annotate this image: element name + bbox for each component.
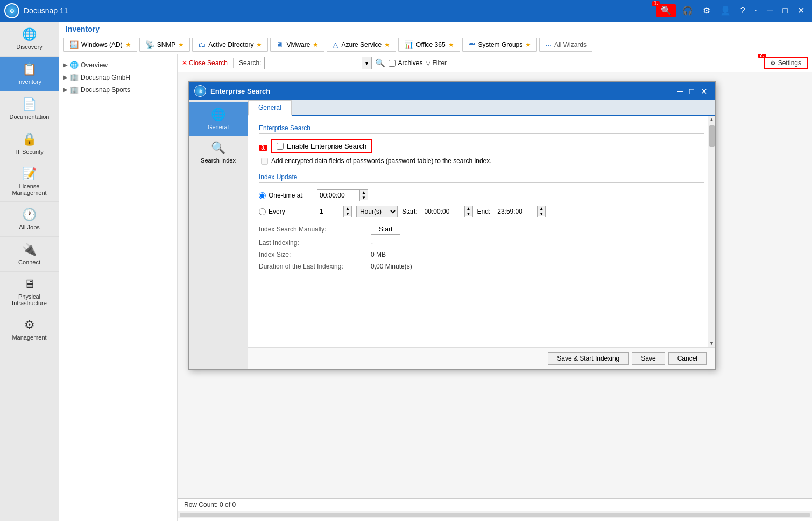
start-indexing-button[interactable]: Start [371,224,400,235]
app-body: 🌐 Discovery 📋 Inventory 📄 Documentation … [0,22,812,521]
vmware-icon: 🖥 [276,40,284,49]
settings-icon-button[interactable]: ⚙ [700,5,714,16]
enable-enterprise-search-checkbox[interactable] [277,143,284,150]
every-label: Every [269,208,285,215]
tab-azure-service[interactable]: △ Azure Service ★ [327,38,396,52]
tab-windows-ad[interactable]: 🪟 Windows (AD) ★ [63,38,137,52]
sidebar-item-physical-infrastructure[interactable]: 🖥 Physical Infrastructure [0,272,59,312]
sidebar-label-documentation: Documentation [10,114,50,120]
chevron-gmbh: ▶ [63,74,68,80]
scroll-down-arrow[interactable]: ▼ [708,340,715,347]
system-groups-icon: 🗃 [468,40,476,49]
onetime-spin-up[interactable]: ▲ [360,190,368,195]
sidebar-label-inventory: Inventory [17,79,41,85]
end-spin-up[interactable]: ▲ [538,206,545,212]
every-unit-select[interactable]: Hour(s) Minute(s) Day(s) [356,206,398,217]
every-radio[interactable] [259,208,266,215]
sports-tree-icon: 🏢 [70,86,79,94]
filter-input[interactable] [450,57,557,69]
minimize-button[interactable]: ─ [764,5,776,16]
inventory-tabs: 🪟 Windows (AD) ★ 📡 SNMP ★ 🗂 Active Direc… [59,36,812,54]
index-manually-label: Index Search Manually: [259,226,366,233]
start-spin-up[interactable]: ▲ [465,206,472,212]
tab-system-groups[interactable]: 🗃 System Groups ★ [462,38,538,52]
vertical-scrollbar[interactable]: ▲ ▼ [708,116,715,347]
last-indexing-label: Last Indexing: [259,239,366,247]
dialog-close-button[interactable]: ✕ [698,87,710,95]
scroll-up-arrow[interactable]: ▲ [708,116,715,123]
every-spin-down[interactable]: ▼ [344,212,351,217]
tab-active-directory[interactable]: 🗂 Active Directory ★ [192,38,268,52]
end-time-wrap: ▲ ▼ [495,206,546,217]
sidebar-item-discovery[interactable]: 🌐 Discovery [0,22,59,57]
close-search-button[interactable]: ✕ Close Search [182,59,228,67]
dots-icon-button[interactable]: · [752,5,760,16]
inventory-icon: 📋 [22,62,37,76]
dialog-minimize-button[interactable]: ─ [675,87,685,95]
sidebar-item-connect[interactable]: 🔌 Connect [0,237,59,272]
help-icon-button[interactable]: ? [737,5,749,16]
nav-item-overview[interactable]: ▶ 🌐 Overview [59,59,177,71]
password-fields-checkbox[interactable] [261,158,268,165]
start-spin-down[interactable]: ▼ [465,212,472,217]
search-icon-button[interactable]: 1. 🔍 [656,4,676,17]
tab-label-snmp: SNMP [157,41,176,48]
sidebar-item-all-jobs[interactable]: 🕐 All Jobs [0,202,59,237]
enable-enterprise-search-label: Enable Enterprise Search [287,142,366,150]
sidebar-item-management[interactable]: ⚙ Management [0,312,59,347]
nav-label-overview: Overview [81,61,108,69]
save-button[interactable]: Save [632,352,665,365]
onetime-spin-down[interactable]: ▼ [360,195,368,201]
archives-wrap: Archives [389,59,422,67]
users-icon-button[interactable]: 👤 [717,5,734,16]
chevron-overview: ▶ [63,62,68,68]
sidebar-item-it-security[interactable]: 🔒 IT Security [0,126,59,161]
save-start-indexing-button[interactable]: Save & Start Indexing [548,352,629,365]
tab-all-wizards[interactable]: ··· All Wizards [539,38,592,52]
start-spin: ▲ ▼ [465,206,473,217]
sidebar-item-inventory[interactable]: 📋 Inventory [0,57,59,91]
sidebar-item-license-management[interactable]: 📝 License Management [0,161,59,202]
tab-general[interactable]: General [248,100,292,116]
main-split: ▶ 🌐 Overview ▶ 🏢 Docusnap GmbH ▶ 🏢 Docus… [59,54,812,521]
cancel-button[interactable]: Cancel [668,352,707,365]
dialog-sidebar-search-index[interactable]: 🔍 Search Index [189,136,248,169]
star-windows-ad: ★ [125,41,131,48]
every-spin-up[interactable]: ▲ [344,206,351,212]
nav-label-gmbh: Docusnap GmbH [81,74,130,81]
gmbh-tree-icon: 🏢 [70,73,79,81]
horizontal-scrollbar[interactable] [178,511,812,518]
search-dropdown-button[interactable]: ▾ [362,57,372,69]
maximize-button[interactable]: □ [779,5,791,16]
password-fields-label: Add encrypted data fields of passwords (… [271,157,492,165]
dialog-content: General Enterprise Search 3. [248,100,715,369]
headset-icon-button[interactable]: 🎧 [679,5,696,16]
end-time-input[interactable] [495,206,538,217]
search-go-button[interactable]: 🔍 [375,58,385,68]
start-time-input[interactable] [422,206,465,217]
onetime-time-input[interactable] [317,189,360,201]
tab-office365[interactable]: 📊 Office 365 ★ [398,38,460,52]
dialog-sidebar-label-general: General [208,124,229,130]
discovery-icon: 🌐 [22,27,37,41]
nav-item-docusnap-sports[interactable]: ▶ 🏢 Docusnap Sports [59,83,177,96]
dialog-sidebar-general[interactable]: 🌐 General [189,102,248,136]
archives-checkbox[interactable] [389,60,396,67]
tab-vmware[interactable]: 🖥 VMware ★ [270,38,324,52]
onetime-radio-wrap: One-time at: [259,192,313,199]
search-input[interactable] [264,57,361,69]
sidebar-item-documentation[interactable]: 📄 Documentation [0,91,59,126]
nav-item-docusnap-gmbh[interactable]: ▶ 🏢 Docusnap GmbH [59,71,177,83]
onetime-radio[interactable] [259,192,266,199]
tab-snmp[interactable]: 📡 SNMP ★ [139,38,190,52]
filter-label-wrap: ▽ Filter [426,59,447,67]
right-content: ✕ Close Search Search: ▾ 🔍 Archives [178,54,812,521]
onetime-spin: ▲ ▼ [360,189,368,201]
tab-label-vmware: VMware [286,41,310,48]
every-num-input[interactable] [317,206,344,217]
every-radio-wrap: Every [259,208,313,215]
close-button[interactable]: ✕ [794,5,808,16]
dialog-maximize-button[interactable]: □ [687,87,696,95]
end-spin-down[interactable]: ▼ [538,212,545,217]
settings-button[interactable]: 2. ⚙ Settings [764,57,808,69]
